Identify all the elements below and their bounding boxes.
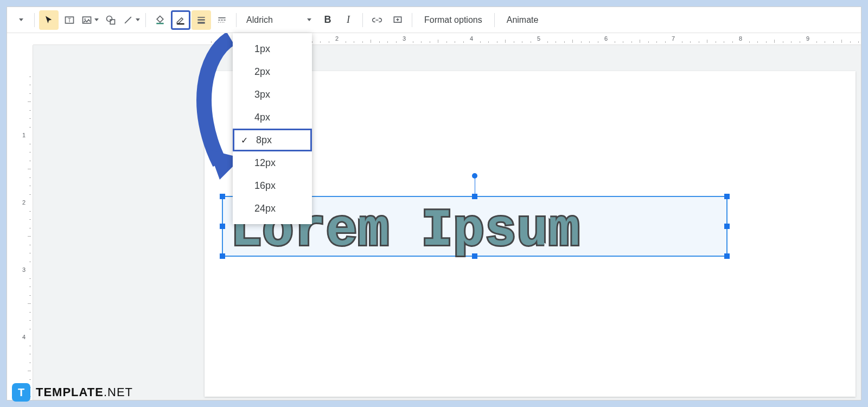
font-select[interactable]: Aldrich	[241, 10, 317, 30]
ruler-h-number: 9	[806, 35, 809, 42]
border-dash-button[interactable]	[212, 10, 232, 30]
animate-button[interactable]: Animate	[499, 10, 546, 30]
app-window: T	[7, 7, 861, 400]
branding-badge-letter: T	[18, 386, 24, 399]
branding-name-light: .NET	[104, 385, 133, 399]
format-options-label: Format options	[424, 15, 482, 25]
svg-rect-9	[197, 17, 205, 18]
italic-button[interactable]: I	[339, 10, 358, 30]
svg-point-4	[107, 16, 112, 21]
ruler-h-number: 7	[672, 35, 675, 42]
svg-rect-5	[110, 20, 114, 24]
border-weight-option-label: 24px	[254, 203, 276, 214]
font-name-label: Aldrich	[246, 15, 305, 25]
branding-badge: T	[12, 383, 30, 402]
shape-icon	[105, 15, 116, 26]
border-weight-option[interactable]: 12px	[233, 151, 312, 174]
svg-rect-10	[197, 19, 205, 21]
separator	[236, 13, 237, 27]
rotation-handle[interactable]	[472, 173, 477, 179]
bold-icon: B	[324, 14, 331, 26]
canvas-background: Lorem Ipsum	[33, 45, 861, 400]
resize-handle-tl[interactable]	[220, 194, 225, 199]
ruler-h-number: 5	[537, 35, 540, 42]
border-weight-option-label: 8px	[256, 135, 272, 146]
border-weight-option[interactable]: 1px	[233, 37, 312, 60]
border-weight-option-label: 3px	[254, 89, 270, 100]
border-weight-option-label: 12px	[254, 157, 276, 169]
border-weight-dropdown: 1px2px3px4px✓8px12px16px24px	[233, 33, 312, 224]
svg-rect-7	[156, 23, 163, 24]
line-dash-icon	[216, 15, 227, 26]
ruler-v-number: 3	[22, 266, 25, 273]
border-weight-option[interactable]: 16px	[233, 174, 312, 197]
resize-handle-br[interactable]	[724, 253, 730, 259]
ruler-v-number: 1	[22, 132, 25, 138]
border-weight-option[interactable]: 2px	[233, 60, 312, 83]
resize-handle-tr[interactable]	[724, 194, 730, 199]
link-icon	[372, 15, 382, 26]
format-options-button[interactable]: Format options	[417, 10, 490, 30]
more-menu-button[interactable]	[10, 10, 30, 30]
rotation-line	[475, 177, 475, 194]
svg-rect-11	[197, 22, 205, 23]
cursor-icon	[44, 15, 54, 25]
border-weight-option-label: 4px	[254, 112, 270, 123]
border-weight-option-label: 1px	[254, 43, 270, 55]
line-icon	[123, 15, 133, 26]
branding-text: TEMPLATE.NET	[36, 385, 133, 399]
insert-comment-button[interactable]	[388, 10, 407, 30]
border-weight-button[interactable]	[192, 10, 211, 30]
resize-handle-tm[interactable]	[472, 194, 477, 199]
italic-icon: I	[347, 14, 350, 26]
toolbar: T	[7, 7, 861, 33]
ruler-v-number: 2	[22, 199, 25, 206]
bold-button[interactable]: B	[318, 10, 337, 30]
ruler-h-number: 2	[335, 35, 339, 42]
line-weight-icon	[196, 15, 207, 26]
ruler-h-number: 4	[470, 35, 473, 42]
ruler-v-number: 4	[22, 334, 25, 340]
resize-handle-bl[interactable]	[220, 253, 225, 259]
branding-name-bold: TEMPLATE	[36, 385, 104, 399]
resize-handle-ml[interactable]	[220, 224, 225, 229]
paint-bucket-icon	[155, 15, 165, 26]
border-weight-option[interactable]: 4px	[233, 106, 312, 129]
insert-link-button[interactable]	[367, 10, 387, 30]
line-tool-button[interactable]	[122, 10, 141, 30]
resize-handle-mr[interactable]	[724, 224, 730, 229]
check-icon: ✓	[241, 135, 248, 145]
separator	[145, 13, 146, 27]
ruler-h-number: 6	[604, 35, 608, 42]
separator	[494, 13, 495, 27]
comment-icon	[392, 15, 403, 26]
border-weight-option[interactable]: 3px	[233, 83, 312, 106]
textbox-tool-button[interactable]: T	[60, 10, 79, 30]
border-weight-option-label: 16px	[254, 180, 276, 192]
border-weight-option[interactable]: 24px	[233, 197, 312, 220]
ruler-horizontal: 123456789	[33, 33, 861, 45]
svg-point-3	[84, 18, 86, 20]
border-color-button[interactable]	[171, 10, 190, 30]
border-weight-option-label: 2px	[254, 66, 270, 78]
ruler-h-number: 3	[403, 35, 406, 42]
select-tool-button[interactable]	[39, 10, 59, 30]
separator	[412, 13, 412, 27]
fill-color-button[interactable]	[150, 10, 170, 30]
branding-logo: T TEMPLATE.NET	[12, 383, 133, 402]
svg-rect-8	[177, 23, 184, 24]
image-icon	[81, 15, 92, 26]
svg-line-6	[125, 17, 131, 23]
svg-text:T: T	[68, 17, 71, 23]
ruler-vertical: 12345	[7, 45, 33, 400]
animate-label: Animate	[507, 15, 539, 25]
separator	[34, 13, 35, 27]
image-tool-button[interactable]	[80, 10, 100, 30]
ruler-h-number: 8	[739, 35, 742, 42]
textbox-icon: T	[64, 15, 75, 26]
border-weight-option[interactable]: ✓8px	[233, 129, 312, 151]
separator	[362, 13, 363, 27]
shape-tool-button[interactable]	[101, 10, 120, 30]
pencil-icon	[175, 15, 186, 26]
